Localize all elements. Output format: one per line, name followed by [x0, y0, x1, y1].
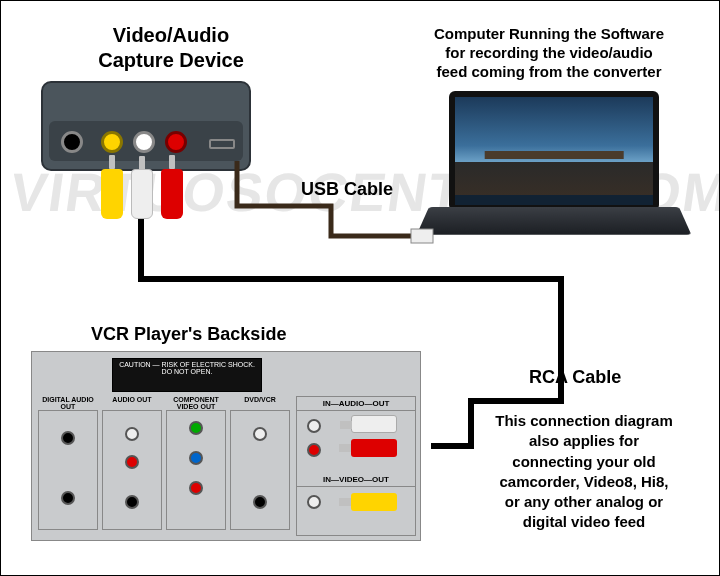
- rca-plug-white-icon: [131, 169, 153, 219]
- av-in-white-jack-icon: [307, 419, 321, 433]
- rca-cable-label: RCA Cable: [529, 366, 621, 389]
- rca-out-white-plug-icon: [351, 415, 397, 433]
- usb-cable-label: USB Cable: [301, 178, 393, 201]
- audio-white-port-icon: [133, 131, 155, 153]
- component-pb-jack-icon: [189, 451, 203, 465]
- taskbar-icon: [455, 195, 653, 205]
- rca-out-red-plug-icon: [351, 439, 397, 457]
- note-text: This connection diagram also applies for…: [479, 411, 689, 533]
- computer-caption-l2: for recording the video/audio: [445, 44, 653, 61]
- optical-jack-icon: [61, 431, 75, 445]
- vcr-group-digital-audio: [38, 410, 98, 530]
- vcr-backside-label: VCR Player's Backside: [91, 323, 286, 346]
- vcr-group-component: [166, 410, 226, 530]
- group-label-digital-audio: DIGITAL AUDIO OUT: [38, 396, 98, 410]
- component-y-jack-icon: [189, 421, 203, 435]
- composite-yellow-port-icon: [101, 131, 123, 153]
- dvdvcr-svideo-jack-icon: [253, 495, 267, 509]
- capture-device-title: Video/Audio Capture Device: [61, 23, 281, 73]
- av-in-red-jack-icon: [307, 443, 321, 457]
- group-label-dvdvcr: DVD/VCR: [230, 396, 290, 403]
- capture-device-title-l2: Capture Device: [98, 49, 244, 71]
- laptop-wallpaper-icon: [455, 97, 653, 205]
- laptop-screen-icon: [449, 91, 659, 211]
- audio-red-port-icon: [165, 131, 187, 153]
- diagram-canvas: VIRTUOSOCENTRAL.COM Video/Audio Capture …: [0, 0, 720, 576]
- computer-caption-l1: Computer Running the Software: [434, 25, 664, 42]
- audio-out-white-jack-icon: [125, 427, 139, 441]
- rca-out-yellow-plug-icon: [351, 493, 397, 511]
- computer-caption-l3: feed coming from the converter: [436, 63, 661, 80]
- group-label-component: COMPONENT VIDEO OUT: [166, 396, 226, 410]
- coaxial-jack-icon: [61, 491, 75, 505]
- audio-out-red-jack-icon: [125, 455, 139, 469]
- group-label-audio-out: AUDIO OUT: [102, 396, 162, 403]
- mini-usb-port-icon: [209, 139, 235, 149]
- dvdvcr-video-jack-icon: [253, 427, 267, 441]
- capture-device-title-l1: Video/Audio: [113, 24, 229, 46]
- capture-device-icon: [41, 81, 251, 171]
- laptop-icon: [429, 91, 679, 251]
- vcr-group-dvdvcr: [230, 410, 290, 530]
- computer-caption: Computer Running the Software for record…: [409, 25, 689, 81]
- caution-label-icon: CAUTION — RISK OF ELECTRIC SHOCK. DO NOT…: [112, 358, 262, 392]
- av-in-video-jack-icon: [307, 495, 321, 509]
- av-audio-header: IN—AUDIO—OUT: [297, 397, 415, 411]
- vcr-back-panel-icon: CAUTION — RISK OF ELECTRIC SHOCK. DO NOT…: [31, 351, 421, 541]
- svideo-jack-icon: [125, 495, 139, 509]
- svideo-port-icon: [61, 131, 83, 153]
- vcr-group-audio-out: [102, 410, 162, 530]
- vcr-av-out-group: IN—AUDIO—OUT IN—VIDEO—OUT: [296, 396, 416, 536]
- component-pr-jack-icon: [189, 481, 203, 495]
- rca-plug-red-icon: [161, 169, 183, 219]
- dock-icon: [485, 151, 624, 159]
- laptop-keyboard-icon: [417, 207, 692, 235]
- rca-plug-yellow-icon: [101, 169, 123, 219]
- av-video-header: IN—VIDEO—OUT: [297, 473, 415, 487]
